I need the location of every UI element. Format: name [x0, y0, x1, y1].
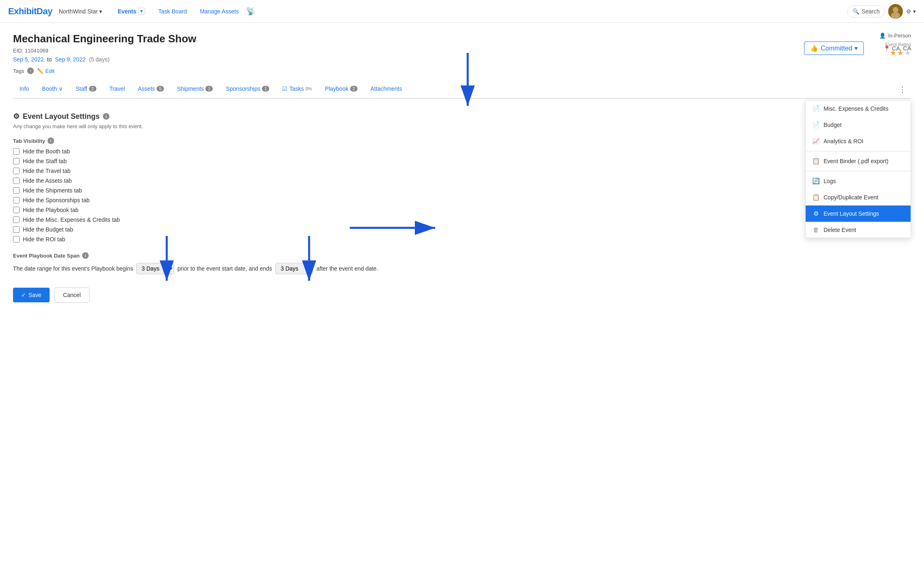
tags-edit-link[interactable]: ✏️ Edit [37, 68, 54, 74]
dropdown-event-binder[interactable]: 📋 Event Binder (.pdf export) [806, 153, 911, 169]
checkbox-hide-assets[interactable]: Hide the Assets tab [13, 177, 911, 184]
nav-events[interactable]: Events ▾ [112, 4, 151, 18]
tab-visibility-info-icon[interactable]: i [48, 138, 54, 144]
thumbs-up-icon: 👍 [810, 44, 818, 52]
playbook-date-span-section: Event Playbook Date Span i The date rang… [13, 252, 911, 274]
save-button[interactable]: ✓ Save [13, 288, 50, 302]
nav-manage-assets[interactable]: Manage Assets [194, 5, 244, 18]
misc-expenses-icon: 📄 [812, 105, 819, 112]
dropdown-divider-1 [806, 151, 911, 151]
tab-attachments[interactable]: Attachments [364, 81, 409, 98]
playbook-end-days-select[interactable]: 3 Days 1 Day 2 Days 5 Days 1 Week 2 Week… [275, 263, 313, 274]
logs-icon: 🔄 [812, 177, 819, 185]
committed-dropdown-icon: ▾ [854, 44, 858, 52]
dropdown-copy-event[interactable]: 📋 Copy/Duplicate Event [806, 189, 911, 205]
svg-point-2 [891, 12, 900, 19]
checkbox-hide-sponsorships-input[interactable] [13, 197, 20, 203]
delete-event-icon: 🗑 [812, 226, 819, 233]
tab-staff[interactable]: Staff 2 [69, 81, 103, 98]
dropdown-analytics[interactable]: 📈 Analytics & ROI [806, 133, 911, 149]
checkbox-hide-roi-input[interactable] [13, 236, 20, 243]
checkbox-hide-budget[interactable]: Hide the Budget tab [13, 226, 911, 233]
event-layout-settings-icon: ⚙ [812, 210, 819, 217]
budget-icon: 📄 [812, 121, 819, 129]
tab-assets[interactable]: Assets 5 [131, 81, 170, 98]
settings-info-icon[interactable]: i [103, 113, 109, 120]
checkbox-hide-misc-expenses[interactable]: Hide the Misc. Expenses & Credits tab [13, 216, 911, 223]
shipments-badge: 1 [205, 86, 213, 92]
tab-info[interactable]: Info [13, 81, 35, 98]
playbook-date-span-info-icon[interactable]: i [82, 252, 89, 259]
dropdown-divider-2 [806, 171, 911, 171]
org-name[interactable]: NorthWind Star ▾ [59, 8, 102, 15]
event-binder-icon: 📋 [812, 157, 819, 165]
tab-tasks[interactable]: ☑ Tasks 0% [276, 81, 318, 98]
checkmark-icon: ✓ [21, 292, 26, 298]
dropdown-misc-expenses[interactable]: 📄 Misc. Expenses & Credits [806, 101, 911, 117]
copy-event-icon: 📋 [812, 194, 819, 201]
checkbox-hide-playbook[interactable]: Hide the Playbook tab [13, 207, 911, 213]
cancel-button[interactable]: Cancel [54, 287, 89, 303]
playbook-badge: 2 [350, 86, 357, 92]
settings-button[interactable]: ⚙ ▾ [906, 8, 916, 15]
checkbox-hide-shipments[interactable]: Hide the Shipments tab [13, 187, 911, 194]
checkbox-hide-roi[interactable]: Hide the ROI tab [13, 236, 911, 243]
booth-caret-icon: ∨ [59, 85, 63, 92]
checkbox-hide-playbook-input[interactable] [13, 207, 20, 213]
location-pin-icon: 📍 [883, 45, 890, 52]
checkbox-hide-assets-input[interactable] [13, 177, 20, 184]
svg-point-1 [893, 7, 898, 13]
checkbox-hide-booth-input[interactable] [13, 148, 20, 155]
tab-shipments[interactable]: Shipments 1 [170, 81, 219, 98]
tags-info-icon[interactable]: i [27, 68, 34, 74]
tab-booth[interactable]: Booth ∨ [35, 81, 69, 98]
in-person-badge: 👤 In-Person [879, 33, 911, 39]
checkbox-hide-budget-input[interactable] [13, 226, 20, 233]
playbook-start-days-select[interactable]: 3 Days 1 Day 2 Days 5 Days 1 Week 2 Week… [136, 263, 174, 274]
tab-visibility-label: Tab Visibility i [13, 138, 911, 144]
avatar[interactable] [888, 4, 903, 19]
checkbox-hide-travel[interactable]: Hide the Travel tab [13, 168, 911, 174]
checkbox-hide-sponsorships[interactable]: Hide the Sponsorships tab [13, 197, 911, 203]
dropdown-delete-event[interactable]: 🗑 Delete Event [806, 222, 911, 238]
settings-title: ⚙ Event Layout Settings i [13, 112, 911, 121]
events-dropdown-arrow[interactable]: ▾ [138, 8, 145, 15]
gear-icon: ⚙ [906, 8, 911, 15]
date-to[interactable]: Sep 9, 2022 [55, 56, 86, 63]
tab-travel[interactable]: Travel [103, 81, 131, 98]
settings-subtitle: Any change you make here will only apply… [13, 123, 911, 129]
checkbox-hide-misc-expenses-input[interactable] [13, 216, 20, 223]
checkbox-list: Hide the Booth tab Hide the Staff tab Hi… [13, 148, 911, 243]
checkbox-hide-staff-input[interactable] [13, 158, 20, 164]
playbook-date-span-desc: The date range for this event's Playbook… [13, 263, 911, 274]
topnav: ExhibitDay NorthWind Star ▾ Events ▾ Tas… [0, 0, 924, 23]
settings-gear-icon: ⚙ [13, 112, 20, 121]
checkbox-hide-booth[interactable]: Hide the Booth tab [13, 148, 911, 155]
nav-taskboard[interactable]: Task Board [153, 5, 192, 18]
checkbox-hide-travel-input[interactable] [13, 168, 20, 174]
location-text: 📍 CA, CA [883, 45, 911, 52]
dropdown-menu: 📄 Misc. Expenses & Credits 📄 Budget 📈 An… [805, 100, 911, 238]
dropdown-logs[interactable]: 🔄 Logs [806, 173, 911, 189]
tags-row: Tags i ✏️ Edit [13, 68, 54, 74]
tabs-bar: Info Booth ∨ Staff 2 Travel Assets 5 Shi… [13, 81, 911, 99]
event-duration: (5 days) [89, 56, 110, 63]
committed-button[interactable]: 👍 Committed ▾ [804, 42, 864, 55]
playbook-date-span-label: Event Playbook Date Span i [13, 252, 911, 259]
page-content: Mechanical Engineering Trade Show EID: 1… [0, 23, 924, 316]
action-buttons: ✓ Save Cancel [13, 287, 911, 303]
analytics-icon: 📈 [812, 138, 819, 145]
checkbox-hide-shipments-input[interactable] [13, 187, 20, 194]
event-dates: Sep 5, 2022 to Sep 9, 2022 (5 days) [13, 56, 196, 63]
search-button[interactable]: 🔍 Search [847, 5, 885, 17]
dropdown-budget[interactable]: 📄 Budget [806, 117, 911, 133]
dropdown-event-layout-settings[interactable]: ⚙ Event Layout Settings [806, 205, 911, 222]
settings-panel: ⚙ Event Layout Settings i Any change you… [13, 109, 911, 306]
tab-more-button[interactable]: ⋮ [894, 82, 911, 97]
tasks-progress: 0% [305, 86, 312, 91]
checkbox-hide-staff[interactable]: Hide the Staff tab [13, 158, 911, 164]
tab-sponsorships[interactable]: Sponsorships 1 [219, 81, 276, 98]
tab-playbook[interactable]: Playbook 2 [318, 81, 364, 98]
date-from[interactable]: Sep 5, 2022 [13, 56, 44, 63]
rss-icon[interactable]: 📡 [246, 7, 255, 16]
